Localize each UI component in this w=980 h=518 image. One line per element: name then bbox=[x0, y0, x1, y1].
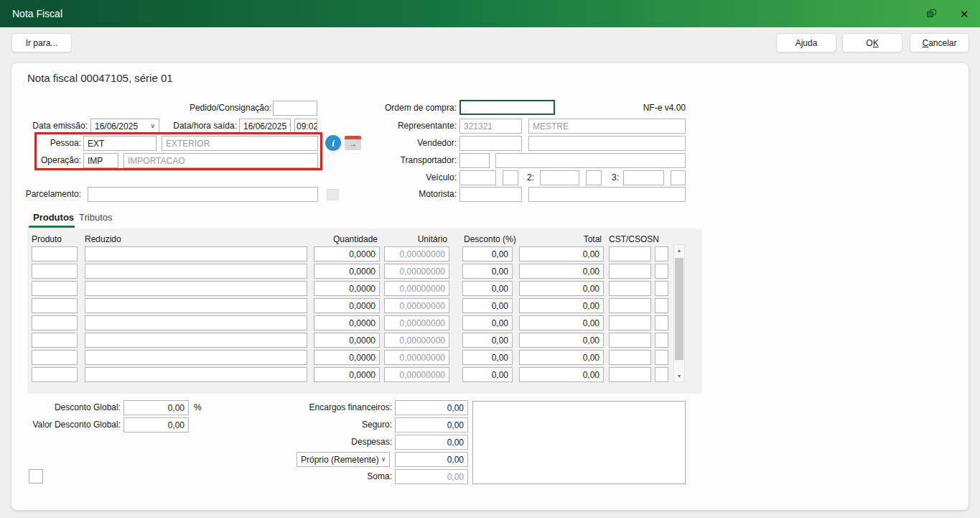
veiculo3-uf-input[interactable] bbox=[671, 170, 686, 185]
reduzido-input[interactable] bbox=[85, 246, 307, 262]
grid-scrollbar[interactable]: ▲ ▼ bbox=[673, 244, 685, 382]
pedido-input[interactable] bbox=[273, 101, 317, 116]
cst-lookup-button[interactable] bbox=[655, 298, 668, 313]
cst-lookup-button[interactable] bbox=[655, 367, 668, 382]
unitario-input[interactable]: 0,00000000 bbox=[384, 298, 449, 313]
data-saida-combo[interactable]: 16/06/2025 ∨ bbox=[239, 119, 291, 134]
desconto-global-input[interactable]: 0,00 bbox=[123, 400, 189, 415]
help-button[interactable]: Ajuda bbox=[776, 33, 836, 52]
unitario-input[interactable]: 0,00000000 bbox=[384, 350, 449, 365]
cst-csosn-input[interactable] bbox=[609, 298, 651, 313]
desconto-input[interactable]: 0,00 bbox=[462, 246, 513, 262]
info-button[interactable]: i bbox=[325, 135, 341, 151]
vendedor-code-input[interactable] bbox=[459, 136, 522, 151]
quantidade-input[interactable]: 0,0000 bbox=[314, 246, 380, 262]
tab-produtos[interactable]: Produtos bbox=[33, 212, 74, 223]
desconto-input[interactable]: 0,00 bbox=[462, 367, 513, 382]
scroll-down-icon[interactable]: ▼ bbox=[674, 374, 684, 379]
cst-csosn-input[interactable] bbox=[609, 367, 651, 382]
veiculo1-uf-input[interactable] bbox=[503, 170, 518, 185]
motorista-code-input[interactable] bbox=[459, 187, 522, 202]
restore-button[interactable] bbox=[916, 0, 948, 27]
cst-csosn-input[interactable] bbox=[609, 281, 651, 296]
transportador-code-input[interactable] bbox=[459, 153, 490, 168]
footer-checkbox[interactable] bbox=[29, 469, 43, 484]
quantidade-input[interactable]: 0,0000 bbox=[314, 298, 380, 313]
cst-csosn-input[interactable] bbox=[609, 315, 651, 330]
encargos-input[interactable]: 0,00 bbox=[395, 400, 468, 415]
seguro-input[interactable]: 0,00 bbox=[395, 417, 468, 433]
frete-tipo-select[interactable]: Próprio (Remetente) ∨ bbox=[297, 452, 390, 467]
veiculo2-uf-input[interactable] bbox=[586, 170, 602, 185]
total-input[interactable]: 0,00 bbox=[519, 264, 604, 279]
observations-box[interactable] bbox=[472, 401, 686, 484]
unitario-input[interactable]: 0,00000000 bbox=[384, 281, 449, 296]
desconto-input[interactable]: 0,00 bbox=[462, 281, 513, 296]
veiculo1-input[interactable] bbox=[459, 170, 496, 185]
produto-input[interactable] bbox=[32, 350, 78, 365]
close-button[interactable]: ✕ bbox=[948, 0, 980, 27]
valor-desconto-global-input[interactable]: 0,00 bbox=[123, 417, 189, 433]
total-input[interactable]: 0,00 bbox=[519, 350, 604, 365]
reduzido-input[interactable] bbox=[85, 281, 307, 296]
unitario-input[interactable]: 0,00000000 bbox=[384, 315, 449, 330]
desconto-input[interactable]: 0,00 bbox=[462, 333, 513, 348]
reduzido-input[interactable] bbox=[85, 315, 307, 330]
quantidade-input[interactable]: 0,0000 bbox=[314, 315, 380, 330]
total-input[interactable]: 0,00 bbox=[519, 333, 604, 348]
hora-saida-input[interactable]: 09:02 bbox=[294, 119, 317, 134]
go-to-button[interactable]: Ir para... bbox=[11, 33, 72, 52]
produto-input[interactable] bbox=[32, 315, 78, 330]
vendedor-name-input[interactable] bbox=[528, 136, 686, 151]
quantidade-input[interactable]: 0,0000 bbox=[314, 264, 380, 279]
desconto-input[interactable]: 0,00 bbox=[462, 298, 513, 313]
data-emissao-combo[interactable]: 16/06/2025 ∨ bbox=[90, 119, 159, 134]
cst-csosn-input[interactable] bbox=[609, 264, 651, 279]
reduzido-input[interactable] bbox=[85, 367, 307, 382]
cst-lookup-button[interactable] bbox=[655, 333, 668, 348]
veiculo2-input[interactable] bbox=[540, 170, 579, 185]
total-input[interactable]: 0,00 bbox=[519, 246, 604, 262]
frete-valor-input[interactable]: 0,00 bbox=[395, 452, 468, 467]
representante-name-input[interactable]: MESTRE bbox=[528, 119, 686, 134]
total-input[interactable]: 0,00 bbox=[519, 298, 604, 313]
tab-tributos[interactable]: Tributos bbox=[79, 212, 112, 223]
cst-lookup-button[interactable] bbox=[655, 350, 668, 365]
produto-input[interactable] bbox=[32, 264, 78, 279]
scroll-up-icon[interactable]: ▲ bbox=[674, 248, 684, 253]
reduzido-input[interactable] bbox=[85, 298, 307, 313]
produto-input[interactable] bbox=[32, 298, 78, 313]
desconto-input[interactable]: 0,00 bbox=[462, 315, 513, 330]
pessoa-code-input[interactable]: EXT bbox=[83, 136, 157, 151]
produto-input[interactable] bbox=[32, 246, 78, 262]
unitario-input[interactable]: 0,00000000 bbox=[384, 367, 449, 382]
despesas-input[interactable]: 0,00 bbox=[395, 435, 468, 450]
total-input[interactable]: 0,00 bbox=[519, 315, 604, 330]
quantidade-input[interactable]: 0,0000 bbox=[314, 281, 380, 296]
produto-input[interactable] bbox=[32, 367, 78, 382]
quantidade-input[interactable]: 0,0000 bbox=[314, 367, 380, 382]
operacao-code-input[interactable]: IMP bbox=[83, 153, 118, 168]
motorista-name-input[interactable] bbox=[528, 187, 686, 202]
unitario-input[interactable]: 0,00000000 bbox=[384, 264, 449, 279]
ordem-compra-input[interactable] bbox=[459, 100, 555, 115]
cst-lookup-button[interactable] bbox=[655, 315, 668, 330]
unitario-input[interactable]: 0,00000000 bbox=[384, 246, 449, 262]
cst-lookup-button[interactable] bbox=[655, 281, 668, 296]
scrollbar-thumb[interactable] bbox=[675, 258, 683, 360]
reduzido-input[interactable] bbox=[85, 333, 307, 348]
quantidade-input[interactable]: 0,0000 bbox=[314, 333, 380, 348]
ok-button[interactable]: OK bbox=[842, 33, 902, 52]
reduzido-input[interactable] bbox=[85, 264, 307, 279]
operacao-name-input[interactable]: IMPORTACAO bbox=[123, 153, 318, 168]
desconto-input[interactable]: 0,00 bbox=[462, 264, 513, 279]
quantidade-input[interactable]: 0,0000 bbox=[314, 350, 380, 365]
cst-csosn-input[interactable] bbox=[609, 333, 651, 348]
cst-csosn-input[interactable] bbox=[609, 350, 651, 365]
reduzido-input[interactable] bbox=[85, 350, 307, 365]
cst-lookup-button[interactable] bbox=[655, 264, 668, 279]
produto-input[interactable] bbox=[32, 333, 78, 348]
cst-csosn-input[interactable] bbox=[609, 246, 651, 262]
unitario-input[interactable]: 0,00000000 bbox=[384, 333, 449, 348]
veiculo3-input[interactable] bbox=[623, 170, 664, 185]
